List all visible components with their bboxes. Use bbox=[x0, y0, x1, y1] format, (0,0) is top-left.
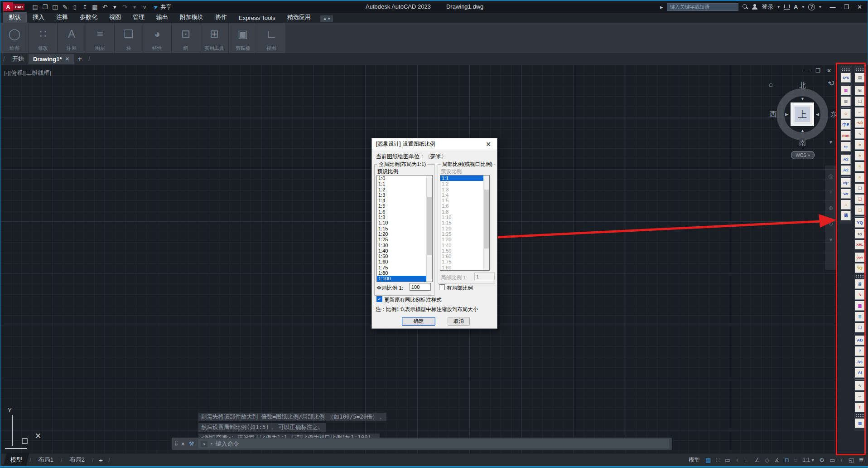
ribbon-panel-视图[interactable]: ∟视图 bbox=[257, 23, 286, 53]
global-scale-item[interactable]: 1:25 bbox=[377, 237, 426, 242]
maximize-button[interactable]: ❐ bbox=[844, 4, 849, 10]
local-scale-item[interactable]: 1:8 bbox=[440, 209, 483, 214]
block-brush-icon[interactable]: ❏ bbox=[855, 323, 865, 332]
dynamic-input-icon[interactable]: + bbox=[735, 457, 739, 463]
colorlist-brush-icon[interactable]: ≣ bbox=[855, 312, 865, 322]
global-scale-item[interactable]: 1:0 bbox=[377, 176, 426, 181]
annotation-scale-button[interactable]: 1:1▾ bbox=[803, 457, 815, 463]
dialog-close-icon[interactable]: ✕ bbox=[484, 141, 493, 148]
viewcube-rotate-icon[interactable]: ↻ bbox=[826, 78, 837, 89]
block-move-icon[interactable]: ❏ bbox=[855, 195, 865, 204]
com-connect-icon[interactable]: com bbox=[855, 253, 865, 262]
home-decor-icon[interactable]: ⌂ bbox=[841, 200, 851, 210]
node-tree-icon[interactable]: ⌐ bbox=[855, 107, 865, 117]
search-expand-icon[interactable]: ▸ bbox=[660, 4, 663, 10]
clean-screen-icon[interactable]: ◱ bbox=[849, 457, 854, 463]
viewcube-north-label[interactable]: 北 bbox=[799, 81, 806, 90]
ribbon-panel-实用工具[interactable]: ⊞实用工具 bbox=[200, 23, 229, 53]
search-icon[interactable] bbox=[743, 4, 748, 10]
app-store-cart-icon[interactable] bbox=[784, 5, 790, 10]
spring-screw-gold-icon[interactable]: ≈ bbox=[855, 162, 865, 171]
local-scale-item[interactable]: 1:15 bbox=[440, 220, 483, 225]
ribbon-tab-默认[interactable]: 默认 bbox=[3, 12, 27, 23]
global-scale-item[interactable]: 1:3 bbox=[377, 192, 426, 198]
viewcube-top-face[interactable]: 上 bbox=[791, 102, 814, 126]
undo-icon[interactable]: ↶ bbox=[101, 4, 109, 10]
viewcube-home-icon[interactable]: ⌂ bbox=[769, 80, 773, 88]
lineweight-icon[interactable]: ≡ bbox=[794, 457, 798, 463]
local-scale-item[interactable]: 1:3 bbox=[440, 187, 483, 192]
door-tag-icon[interactable]: T bbox=[855, 403, 865, 412]
spring-screw-icon[interactable]: ≈ bbox=[855, 140, 865, 150]
object-snap-icon[interactable]: ⊓ bbox=[785, 457, 789, 463]
text-style-icon[interactable]: As bbox=[855, 357, 865, 367]
wcs-dropdown[interactable]: WCS ▾ bbox=[791, 151, 815, 159]
ribbon-tab-参数化[interactable]: 参数化 bbox=[74, 12, 103, 23]
ribbon-tab-视图[interactable]: 视图 bbox=[103, 12, 127, 23]
drawing-canvas[interactable]: [-][俯视][二维线框] — ❐ ✕ ⌂ ↻ 北 南 西 东 ▼ ▲ ▶ ◀ bbox=[0, 65, 838, 453]
navigation-bar[interactable]: ◎+⊕↻▾ bbox=[825, 166, 837, 270]
global-scale-item[interactable]: 1:80 bbox=[377, 270, 426, 276]
table-grid-icon[interactable]: ▦ bbox=[855, 419, 865, 428]
local-scale-item[interactable]: 1:50 bbox=[440, 248, 483, 253]
zoom-icon[interactable]: ⊕ bbox=[829, 205, 834, 211]
customization-menu-icon[interactable]: ≣ bbox=[859, 457, 864, 463]
list-update-icon[interactable]: ≔ bbox=[841, 142, 851, 151]
qat-more-icon[interactable]: ▿ bbox=[140, 4, 149, 10]
minimize-button[interactable]: — bbox=[829, 4, 835, 10]
local-scale-item[interactable]: 1:5 bbox=[440, 198, 483, 203]
navbar-more-icon[interactable]: ▾ bbox=[829, 236, 833, 243]
global-scale-item[interactable]: 1:20 bbox=[377, 231, 426, 237]
viewcube[interactable]: ⌂ ↻ 北 南 西 东 ▼ ▲ ▶ ◀ 上 WCS ▾ bbox=[766, 78, 843, 160]
viewcube-arrow-right-icon[interactable]: ◀ bbox=[816, 112, 819, 117]
command-line-bar[interactable]: ⣿ × ⚒ > ▾ 键入命令 bbox=[172, 438, 672, 450]
spring-screw-2-icon[interactable]: ≈ bbox=[855, 151, 865, 161]
help-cloud-icon[interactable]: ? bbox=[855, 346, 865, 356]
viewcube-west-label[interactable]: 西 bbox=[770, 110, 776, 119]
layout-tab-布局1[interactable]: 布局1 bbox=[33, 453, 59, 466]
print-layout-icon[interactable]: ▤ bbox=[855, 73, 865, 83]
global-scale-list[interactable]: 1:01:11:21:31:41:51:61:81:101:151:201:25… bbox=[376, 175, 433, 282]
kml-export-icon[interactable]: KML bbox=[855, 240, 865, 249]
has-local-checkbox[interactable] bbox=[439, 284, 445, 290]
close-button[interactable]: ✕ bbox=[857, 4, 862, 10]
local-scale-item[interactable]: 1:4 bbox=[440, 192, 483, 198]
spline-brush-icon[interactable]: ∿ bbox=[855, 381, 865, 390]
ruler-annotate-icon[interactable]: A2 bbox=[841, 155, 851, 164]
share-button[interactable]: ➤ 共享 bbox=[153, 3, 171, 11]
local-scale-item[interactable]: 1:2 bbox=[440, 181, 483, 186]
drawing-minimize-icon[interactable]: — bbox=[804, 68, 809, 74]
toolbar-drag-handle[interactable] bbox=[856, 414, 864, 417]
viewcube-south-label[interactable]: 南 bbox=[799, 139, 806, 147]
ribbon-panel-修改[interactable]: ∷修改 bbox=[29, 23, 58, 53]
quick-properties-icon[interactable]: ▭ bbox=[829, 457, 835, 463]
viewport-control-label[interactable]: [-][俯视][二维线框] bbox=[4, 69, 51, 77]
orbit-icon[interactable]: ↻ bbox=[829, 220, 834, 227]
local-scale-item[interactable]: 1:80 bbox=[440, 265, 483, 270]
ribbon-tab-附加模块[interactable]: 附加模块 bbox=[174, 12, 209, 23]
ribbon-panel-剪贴板[interactable]: ▣剪贴板 bbox=[229, 23, 257, 53]
layer-palette-2-icon[interactable]: ▦ bbox=[841, 97, 851, 106]
spring-plain-icon[interactable]: ∿ bbox=[855, 129, 865, 139]
pan-icon[interactable]: + bbox=[829, 189, 833, 195]
ribbon-tab-输出[interactable]: 输出 bbox=[150, 12, 174, 23]
navbar-collapse-icon[interactable]: ▼ bbox=[829, 140, 833, 145]
local-scale-item[interactable]: 1:20 bbox=[440, 226, 483, 231]
global-scale-item[interactable]: 1:40 bbox=[377, 248, 426, 253]
ribbon-tab-精选应用[interactable]: 精选应用 bbox=[281, 12, 317, 23]
file-tab-开始[interactable]: 开始 bbox=[8, 53, 29, 65]
ribbon-tab-管理[interactable]: 管理 bbox=[127, 12, 150, 23]
redo-icon[interactable]: ↷ bbox=[121, 4, 129, 10]
global-scale-item[interactable]: 1:6 bbox=[377, 209, 426, 214]
global-scale-item[interactable]: 1:5 bbox=[377, 203, 426, 209]
global-scale-item[interactable]: 1:75 bbox=[377, 265, 426, 270]
local-scale-item[interactable]: 1:40 bbox=[440, 243, 483, 248]
ribbon-panel-组[interactable]: ⊡组 bbox=[172, 23, 200, 53]
new-layout-button[interactable]: + bbox=[95, 456, 106, 464]
help-icon[interactable]: ? bbox=[808, 4, 815, 10]
signin-caret-icon[interactable]: ▾ bbox=[777, 5, 780, 9]
save-icon[interactable]: ◫ bbox=[51, 4, 59, 10]
local-scale-item[interactable]: 1:75 bbox=[440, 259, 483, 264]
sys-settings-icon[interactable]: SYS bbox=[841, 73, 851, 83]
global-scale-item[interactable]: 1:10 bbox=[377, 220, 426, 225]
